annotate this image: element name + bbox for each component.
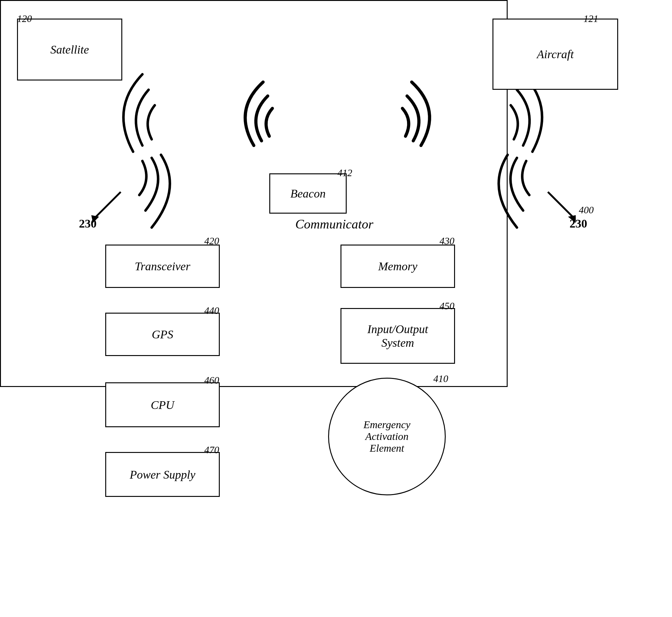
transceiver-ref: 420 — [204, 235, 219, 247]
io-box: Input/Output System — [341, 308, 455, 364]
memory-box: Memory — [341, 245, 455, 288]
emergency-label: Emergency Activation Element — [364, 419, 410, 454]
emergency-circle: Emergency Activation Element — [328, 378, 446, 495]
gps-box: GPS — [105, 313, 220, 356]
satellite-label: Satellite — [50, 43, 89, 56]
diagram: Satellite 120 Aircraft 121 230 230 Beaco… — [0, 0, 672, 617]
cpu-label: CPU — [151, 398, 174, 412]
emergency-ref: 410 — [433, 373, 448, 385]
io-ref: 450 — [440, 300, 454, 312]
transceiver-box: Transceiver — [105, 245, 220, 288]
cpu-ref: 460 — [204, 375, 219, 386]
aircraft-box: Aircraft — [492, 19, 618, 90]
aircraft-ref: 121 — [584, 13, 598, 24]
satellite-ref: 120 — [17, 13, 32, 24]
memory-ref: 430 — [440, 235, 454, 247]
beacon-label: Beacon — [290, 187, 325, 200]
transceiver-label: Transceiver — [135, 259, 190, 273]
gps-ref: 440 — [204, 305, 219, 317]
svg-line-2 — [548, 192, 573, 217]
cpu-box: CPU — [105, 382, 220, 427]
gps-label: GPS — [152, 328, 173, 341]
beacon-tab: Beacon — [269, 173, 347, 214]
power-ref: 470 — [204, 444, 219, 456]
satellite-box: Satellite — [17, 19, 122, 80]
power-box: Power Supply — [105, 452, 220, 497]
beacon-ref: 412 — [338, 167, 352, 179]
communicator-title: Communicator — [80, 214, 588, 232]
aircraft-label: Aircraft — [537, 47, 574, 61]
memory-label: Memory — [378, 259, 418, 273]
power-label: Power Supply — [130, 468, 195, 481]
io-label: Input/Output System — [368, 322, 428, 350]
